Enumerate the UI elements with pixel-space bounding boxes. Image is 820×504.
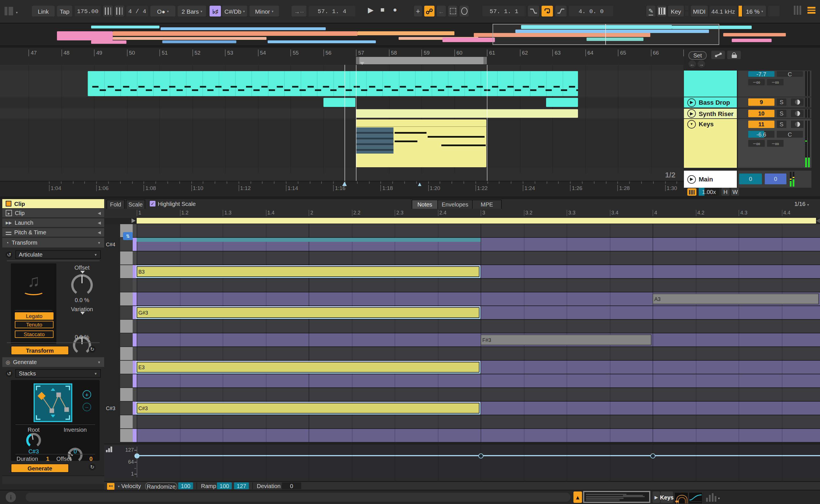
solo-button[interactable]: S: [777, 121, 786, 128]
generate-preset-menu[interactable]: Stacks▼: [15, 369, 101, 378]
root-value[interactable]: C#3: [17, 448, 51, 455]
track-fold-icon[interactable]: ▶: [687, 98, 696, 107]
piano-key[interactable]: [120, 402, 133, 415]
staccato-button[interactable]: Staccato: [15, 331, 53, 338]
lock-icon[interactable]: [727, 51, 741, 59]
nav-right-arrow[interactable]: →: [698, 60, 705, 68]
metronome-button[interactable]: O●▾: [150, 6, 175, 16]
device-thumbnail-eq[interactable]: [689, 492, 703, 504]
piano-key[interactable]: [120, 251, 133, 265]
send-b-field[interactable]: −∞: [767, 79, 784, 85]
lane-fold-button[interactable]: ↤: [107, 483, 114, 489]
cpu-load-field[interactable]: 16 %▾: [743, 6, 766, 16]
draw-mode-pencil-icon[interactable]: ✎: [646, 6, 656, 16]
stop-button[interactable]: ■: [380, 6, 390, 16]
midi-note[interactable]: B3: [137, 266, 479, 277]
zoom-height-button[interactable]: H: [722, 188, 730, 196]
note-grid-row[interactable]: [137, 374, 820, 387]
randomize-button[interactable]: Randomize: [145, 482, 177, 490]
solo-button[interactable]: S: [777, 110, 786, 117]
send-a-field[interactable]: −∞: [748, 79, 765, 85]
nudge-down-icon[interactable]: [103, 6, 113, 16]
show-clip-view-button[interactable]: ▲: [573, 491, 582, 503]
arrangement-clip[interactable]: [356, 119, 486, 167]
meter-bars-icon[interactable]: [706, 493, 716, 502]
loop-toggle[interactable]: [541, 6, 553, 16]
track-header-synth-riser[interactable]: ▶ Synth Riser: [684, 109, 737, 118]
clip-start-marker[interactable]: [131, 218, 135, 223]
nav-left-arrow[interactable]: ←: [689, 60, 696, 68]
tenuto-button[interactable]: Tenuto: [15, 321, 53, 328]
audition-waveform-icon[interactable]: [687, 188, 697, 196]
offset-knob[interactable]: [71, 274, 93, 296]
section-generate[interactable]: ◎ Generate▼: [2, 357, 104, 367]
track-header-bass-drop[interactable]: ▶ Bass Drop: [684, 97, 737, 108]
zoom-width-button[interactable]: W: [731, 188, 739, 196]
freeze-clock-icon[interactable]: [791, 121, 803, 128]
remove-voice-icon[interactable]: −: [83, 403, 91, 411]
add-voice-icon[interactable]: +: [83, 390, 91, 399]
reset-icon[interactable]: ↺: [6, 251, 13, 258]
inversion-value[interactable]: 0: [56, 448, 94, 455]
section-transform[interactable]: ◔ Transform▼: [2, 238, 104, 247]
clip-loop-bar[interactable]: [137, 218, 816, 224]
note-grid-row[interactable]: [137, 251, 820, 265]
link-button[interactable]: Link: [32, 6, 55, 16]
piano-key[interactable]: [120, 279, 133, 292]
tap-tempo-button[interactable]: Tap: [57, 6, 72, 16]
record-button[interactable]: ●: [393, 6, 402, 16]
piano-key[interactable]: [120, 320, 133, 333]
midi-note[interactable]: E3: [137, 362, 479, 373]
bar-ruler[interactable]: 4748495051525354555657585960616263646566…: [0, 48, 684, 65]
ramp-to-field[interactable]: 127: [234, 482, 249, 489]
meter-menu-caret[interactable]: ▾: [718, 496, 720, 500]
scale-name-menu[interactable]: Minor▾: [250, 6, 279, 16]
track-number-badge[interactable]: 11: [748, 121, 774, 128]
device-chain-play-icon[interactable]: ▶: [653, 491, 660, 503]
main-volume-field[interactable]: 0: [739, 173, 762, 184]
freeze-clock-icon[interactable]: [791, 110, 803, 117]
playback-speed-field[interactable]: 1.00x: [699, 188, 719, 196]
send-b-field[interactable]: −∞: [767, 140, 784, 147]
quantize-menu[interactable]: 2 Bars▾: [178, 6, 206, 16]
info-icon[interactable]: i: [6, 492, 16, 502]
ramp-from-field[interactable]: 100: [217, 482, 232, 489]
solo-button[interactable]: S: [777, 98, 786, 106]
note-grid-row[interactable]: [137, 347, 820, 360]
piano-key[interactable]: [120, 306, 133, 319]
punch-out-icon[interactable]: [555, 6, 566, 16]
note-grid-row[interactable]: [137, 415, 820, 428]
reset-icon[interactable]: ↺: [6, 370, 13, 377]
note-grid-row[interactable]: [137, 320, 820, 333]
time-ruler[interactable]: 1:041:061:081:101:121:141:161:181:201:22…: [0, 181, 684, 196]
menu-hamburger-icon[interactable]: [807, 7, 815, 18]
track-header-keys[interactable]: ▼ Keys: [684, 119, 737, 168]
scale-root-menu[interactable]: C#/Db▾: [222, 6, 247, 16]
window-control-icon[interactable]: ▾: [5, 7, 18, 18]
midi-note[interactable]: F#3: [481, 334, 652, 345]
beat-ruler[interactable]: 11.21.31.422.22.32.433.23.33.444.24.34.4: [104, 209, 820, 218]
piano-key[interactable]: [120, 429, 133, 442]
overdub-button[interactable]: [424, 6, 434, 16]
tab-notes[interactable]: Notes: [412, 200, 438, 209]
transform-apply-button[interactable]: Transform: [11, 346, 69, 355]
scale-button[interactable]: Scale: [126, 200, 145, 209]
arrangement-loop-brace[interactable]: [356, 57, 487, 64]
loop-length-field[interactable]: 4. 0. 0: [569, 6, 613, 16]
track-header-main[interactable]: ▶ Main: [684, 171, 737, 188]
add-scene-button[interactable]: +: [414, 6, 422, 16]
capture-midi-icon[interactable]: [448, 6, 457, 16]
stacks-visualization[interactable]: [34, 383, 72, 422]
piano-key[interactable]: [120, 415, 133, 428]
track-lane[interactable]: [0, 109, 684, 118]
arrangement-minimap-scrollbar[interactable]: [583, 491, 650, 503]
accidentals-toggle[interactable]: ♭♯: [210, 6, 221, 16]
punch-in-icon[interactable]: [528, 6, 539, 16]
clip-tab[interactable]: Clip: [2, 199, 104, 208]
follow-button[interactable]: →··: [292, 6, 306, 16]
overview-viewport[interactable]: [493, 24, 719, 45]
root-knob[interactable]: [26, 433, 41, 448]
fold-button[interactable]: Fold: [106, 200, 125, 209]
arrangement-clip[interactable]: [356, 109, 578, 118]
track-color-block[interactable]: [684, 71, 737, 97]
